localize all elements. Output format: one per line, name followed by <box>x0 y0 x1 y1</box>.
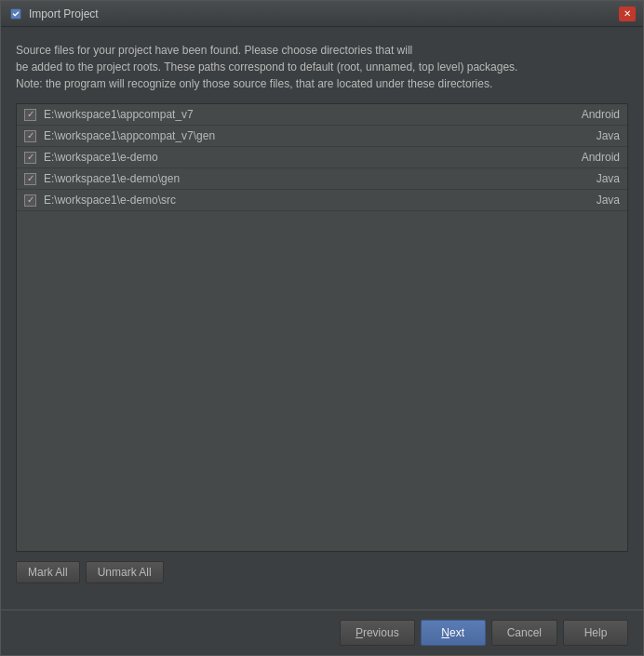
item-checkbox[interactable] <box>24 109 36 121</box>
next-label: Next <box>441 626 464 639</box>
description-line2: be added to the project roots. These pat… <box>16 59 628 75</box>
description-line3: Note: the program will recognize only th… <box>16 75 628 92</box>
item-type: Java <box>564 194 620 207</box>
content-area: Source files for your project have been … <box>1 27 643 609</box>
directory-list[interactable]: E:\workspace1\appcompat_v7AndroidE:\work… <box>16 103 628 552</box>
close-button[interactable]: ✕ <box>619 7 636 21</box>
unmark-all-button[interactable]: Unmark All <box>86 561 164 583</box>
description-text: Source files for your project have been … <box>16 42 628 92</box>
description-line1: Source files for your project have been … <box>16 42 628 59</box>
item-type: Android <box>564 108 620 121</box>
item-path: E:\workspace1\appcompat_v7 <box>44 108 564 121</box>
list-item[interactable]: E:\workspace1\appcompat_v7\genJava <box>17 126 627 147</box>
import-project-window: Import Project ✕ Source files for your p… <box>0 0 644 656</box>
list-item[interactable]: E:\workspace1\e-demo\srcJava <box>17 190 627 211</box>
item-checkbox[interactable] <box>24 152 36 164</box>
title-bar: Import Project ✕ <box>1 1 643 27</box>
window-icon <box>8 7 23 21</box>
cancel-button[interactable]: Cancel <box>491 620 557 646</box>
item-checkbox[interactable] <box>24 194 36 207</box>
item-type: Java <box>564 172 620 185</box>
mark-all-button[interactable]: Mark All <box>16 561 80 583</box>
item-type: Android <box>564 151 620 164</box>
list-item[interactable]: E:\workspace1\e-demoAndroid <box>17 147 627 168</box>
item-checkbox[interactable] <box>24 173 36 185</box>
next-button[interactable]: Next <box>421 620 486 646</box>
help-button[interactable]: Help <box>563 620 628 646</box>
item-path: E:\workspace1\e-demo <box>44 151 564 164</box>
previous-label: Previous <box>356 626 399 639</box>
item-checkbox[interactable] <box>24 130 36 142</box>
window-controls: ✕ <box>619 7 636 21</box>
previous-button[interactable]: Previous <box>340 620 415 646</box>
footer: Previous Next Cancel Help <box>1 609 643 655</box>
list-item[interactable]: E:\workspace1\appcompat_v7Android <box>17 104 627 126</box>
bottom-buttons: Mark All Unmark All <box>16 561 628 583</box>
item-path: E:\workspace1\appcompat_v7\gen <box>44 129 564 142</box>
window-title: Import Project <box>29 7 619 20</box>
item-type: Java <box>564 129 620 142</box>
item-path: E:\workspace1\e-demo\src <box>44 194 564 207</box>
item-path: E:\workspace1\e-demo\gen <box>44 172 564 185</box>
list-item[interactable]: E:\workspace1\e-demo\genJava <box>17 168 627 190</box>
